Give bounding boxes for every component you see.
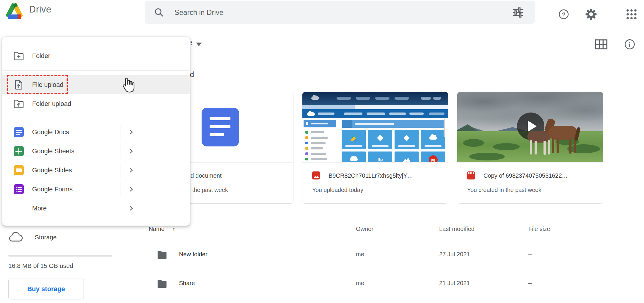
cloud-service-tile: M [421, 152, 445, 163]
suggested-card-video[interactable]: Copy of 69823740750531622… You created i… [457, 92, 603, 204]
new-menu: Folder File upload [2, 37, 190, 226]
card-label: Copy of 69823740750531622… You created i… [457, 163, 603, 203]
info-icon[interactable] [624, 38, 636, 50]
cloud-icon [8, 232, 23, 243]
menu-item-label: Google Slides [32, 167, 72, 174]
submenu-divider [120, 182, 120, 197]
submenu-chevron-icon[interactable] [128, 148, 134, 154]
menu-item-folder-upload[interactable]: Folder upload [2, 94, 190, 113]
new-folder-icon [13, 51, 24, 61]
menu-item-label: Google Sheets [32, 148, 74, 155]
submenu-divider [120, 163, 120, 178]
file-size: – [528, 251, 532, 258]
cloud-service-tile [342, 152, 366, 163]
submenu-chevron-icon[interactable] [128, 186, 134, 192]
menu-item-label: Google Forms [32, 186, 73, 193]
card-title: Copy of 69823740750531622… [483, 172, 596, 179]
suggested-card-image[interactable]: ftp M box B9CR82Cn7011Lr7xhsg5ltyjY… You… [302, 92, 448, 204]
google-drive-window: Drive [0, 0, 644, 303]
card-subtitle: You uploaded today [312, 187, 363, 193]
drive-logo-icon[interactable] [4, 2, 24, 20]
topbar-divider [0, 30, 644, 30]
video-thumbnail [457, 92, 603, 163]
card-label: B9CR82Cn7011Lr7xhsg5ltyjY… You uploaded … [302, 163, 448, 203]
card-title: Untitled document [174, 172, 287, 179]
search-input[interactable] [174, 6, 487, 19]
google-sheets-icon [13, 146, 24, 157]
settings-gear-icon[interactable] [585, 8, 597, 20]
file-modified: 21 Jul 2021 [439, 280, 470, 287]
horse-figure [543, 118, 585, 157]
help-icon[interactable]: ? [558, 8, 570, 20]
submenu-chevron-icon[interactable] [128, 205, 134, 211]
folder-icon [157, 279, 167, 288]
hand-cursor-icon [122, 77, 135, 93]
card-subtitle: You created in the past week [467, 187, 541, 193]
card-title: B9CR82Cn7011Lr7xhsg5ltyjY… [329, 172, 442, 179]
storage-progress-bar [8, 255, 112, 257]
submenu-divider [120, 143, 120, 159]
menu-item-google-forms[interactable]: Google Forms [2, 180, 190, 199]
submenu-chevron-icon[interactable] [128, 129, 134, 135]
menu-item-google-docs[interactable]: Google Docs [2, 123, 190, 142]
top-bar: Drive [0, 0, 644, 30]
app-title: Drive [29, 4, 51, 15]
sort-arrow-icon[interactable]: ↑ [172, 226, 175, 232]
cloud-service-tile [395, 130, 419, 149]
storage-usage-text: 16.8 MB of 15 GB used [8, 262, 73, 269]
cloud-service-tile [395, 152, 419, 163]
file-owner: me [356, 280, 364, 287]
sidebar-item-storage[interactable]: Storage [8, 232, 106, 244]
column-header-owner[interactable]: Owner [356, 226, 373, 232]
folder-upload-icon [13, 99, 24, 109]
file-modified: 27 Jul 2021 [439, 251, 470, 258]
menu-item-label: More [32, 205, 47, 212]
column-header-modified[interactable]: Last modified [439, 226, 475, 232]
search-icon[interactable] [154, 7, 164, 18]
column-header-size[interactable]: File size [528, 226, 550, 232]
svg-text:?: ? [562, 11, 566, 18]
menu-item-label: Google Docs [32, 129, 69, 136]
menu-item-google-sheets[interactable]: Google Sheets [2, 142, 190, 161]
table-divider [148, 240, 604, 240]
image-file-icon [312, 171, 320, 179]
file-name: New folder [179, 251, 208, 258]
google-apps-grid-icon[interactable] [626, 8, 637, 20]
menu-divider [2, 117, 190, 117]
buy-storage-button[interactable]: Buy storage [8, 279, 84, 299]
cloud-service-tile [368, 130, 392, 149]
file-owner: me [356, 251, 364, 258]
menu-item-label: Folder upload [32, 100, 71, 108]
storage-label: Storage [35, 234, 57, 241]
table-divider [148, 298, 604, 298]
chevron-down-icon[interactable] [196, 43, 202, 46]
folder-icon [157, 250, 167, 259]
annotation-highlight-box [7, 75, 68, 94]
search-options-icon[interactable] [512, 7, 524, 18]
google-docs-badge-icon [202, 108, 239, 146]
cloud-service-tile: ftp [368, 152, 392, 163]
google-forms-icon [13, 184, 24, 195]
google-docs-icon [13, 127, 24, 138]
menu-item-label: Folder [32, 52, 50, 60]
cloud-service-tile [342, 130, 366, 149]
cloud-service-tile [421, 130, 445, 149]
column-header-name[interactable]: Name [149, 226, 164, 232]
grid-view-icon[interactable] [595, 39, 608, 50]
table-header: Name ↑ Owner Last modified File size [148, 223, 604, 240]
video-file-icon [467, 171, 475, 179]
file-size: – [528, 280, 532, 287]
menu-item-more[interactable]: More [2, 199, 190, 218]
toolbar-divider [113, 58, 644, 58]
file-name: Share [179, 280, 195, 287]
menu-item-google-slides[interactable]: Google Slides [2, 161, 190, 180]
submenu-chevron-icon[interactable] [128, 167, 134, 173]
menu-item-folder[interactable]: Folder [2, 46, 190, 65]
menu-divider [2, 70, 190, 71]
multcloud-thumbnail: ftp M box [302, 92, 448, 163]
search-bar[interactable] [145, 1, 535, 24]
google-slides-icon [13, 165, 24, 176]
table-row[interactable]: New folder me 27 Jul 2021 – [148, 240, 604, 269]
submenu-divider [120, 124, 120, 140]
table-row[interactable]: Share me 21 Jul 2021 – [148, 269, 604, 298]
